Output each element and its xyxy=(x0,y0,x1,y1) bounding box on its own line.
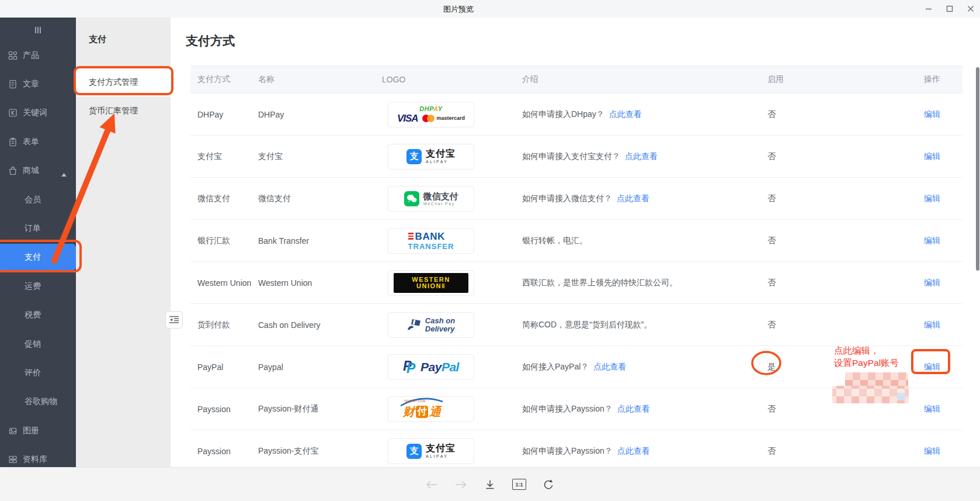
sidebar-collapse-icon[interactable] xyxy=(0,18,76,39)
view-details-link[interactable]: 点此查看 xyxy=(617,446,650,455)
table-row-DHPay-DHPay: DHPayDHPayDHPAYVISAmastercard如何申请接入DHpay… xyxy=(190,94,962,136)
name-cell: Paypal xyxy=(251,362,375,372)
maximize-icon[interactable] xyxy=(945,4,954,13)
edit-link[interactable]: 编辑 xyxy=(924,404,940,413)
enabled-cell: 否 xyxy=(760,109,860,120)
intro-cell: 如何申请接入Payssion？点此查看 xyxy=(515,446,760,457)
sidebar-item-谷歌购物[interactable]: 谷歌购物 xyxy=(0,388,76,416)
next-image-icon[interactable] xyxy=(454,478,468,492)
sidebar-item-图册[interactable]: 图册 xyxy=(0,416,76,445)
paypal-icon: PP xyxy=(403,359,417,375)
sidebar-item-运费[interactable]: 运费 xyxy=(0,272,76,300)
alipay-logo: 支支付宝ALIPAY xyxy=(406,444,456,459)
minimize-icon[interactable] xyxy=(924,4,933,13)
sidebar-item-支付[interactable]: 支付 xyxy=(0,243,76,272)
sidebar-item-关键词[interactable]: 关键词 xyxy=(0,99,76,127)
table-row-支付宝-支付宝: 支付宝支付宝支支付宝ALIPAY如何申请接入支付宝支付？点此查看否编辑 xyxy=(190,136,962,178)
mastercard-icon xyxy=(422,115,435,122)
action-cell: 编辑 xyxy=(860,446,962,457)
column-header-LOGO: LOGO xyxy=(375,75,515,84)
table-header-row: 支付方式名称LOGO介绍启用操作 xyxy=(190,65,962,94)
edit-link[interactable]: 编辑 xyxy=(924,362,940,371)
view-details-link[interactable]: 点此查看 xyxy=(617,404,650,413)
alipay-icon: 支 xyxy=(406,444,422,459)
app-content: 产品文章关键词表单商城会员订单支付运费税费促销评价谷歌购物图册资料库 支付 支付… xyxy=(0,18,980,468)
sidebar-item-评价[interactable]: 评价 xyxy=(0,358,76,387)
enabled-cell: 否 xyxy=(760,236,860,246)
wechat-pay-logo: 微信支付WeChat Pay xyxy=(404,191,458,206)
sidebar-item-促销[interactable]: 促销 xyxy=(0,330,76,358)
sidebar-item-表单[interactable]: 表单 xyxy=(0,127,76,156)
sidebar-item-会员[interactable]: 会员 xyxy=(0,185,76,214)
panel-fold-button[interactable] xyxy=(165,311,183,329)
sidebar-item-商城[interactable]: 商城 xyxy=(0,157,76,185)
name-cell: Bank Transfer xyxy=(251,236,375,246)
name-cell: DHPay xyxy=(251,110,375,119)
method-cell: 支付宝 xyxy=(190,151,251,162)
view-details-link[interactable]: 点此查看 xyxy=(609,109,642,119)
edit-link[interactable]: 编辑 xyxy=(924,109,940,119)
edit-link[interactable]: 编辑 xyxy=(924,236,940,245)
action-cell: 编辑 xyxy=(860,109,962,120)
grid-icon xyxy=(8,51,18,60)
caret-up-icon xyxy=(61,173,67,177)
alipay-icon: 支 xyxy=(406,149,422,164)
method-cell: Western Union xyxy=(190,278,251,288)
panel-item-货币汇率管理[interactable]: 货币汇率管理 xyxy=(76,96,171,125)
enabled-cell: 否 xyxy=(760,320,860,330)
logo-cell: BANKTRANSFER xyxy=(375,228,515,254)
intro-cell: 如何申请接入DHpay？点此查看 xyxy=(515,109,760,120)
edit-link[interactable]: 编辑 xyxy=(924,194,940,203)
edit-link[interactable]: 编辑 xyxy=(924,151,940,161)
table-row-银行汇款-Bank Transfer: 银行汇款Bank TransferBANKTRANSFER银行转帐，电汇。否编辑 xyxy=(190,220,962,262)
sidebar-item-产品[interactable]: 产品 xyxy=(0,41,76,70)
enabled-cell: 否 xyxy=(760,446,860,457)
rotate-icon[interactable] xyxy=(541,478,555,492)
main-area: 支付方式 支付方式名称LOGO介绍启用操作 DHPayDHPayDHPAYVIS… xyxy=(171,18,980,468)
action-cell: 编辑 xyxy=(860,151,962,162)
enabled-cell: 是 xyxy=(760,362,860,372)
bank-transfer-logo: BANKTRANSFER xyxy=(408,232,454,250)
gallery-icon xyxy=(8,426,18,436)
intro-cell: 如何申请接入支付宝支付？点此查看 xyxy=(515,151,760,162)
logo-cell: 支支付宝ALIPAY xyxy=(375,144,515,170)
close-icon[interactable] xyxy=(966,4,975,13)
edit-link[interactable]: 编辑 xyxy=(924,320,940,329)
view-details-link[interactable]: 点此查看 xyxy=(593,362,626,371)
action-cell: 编辑 xyxy=(860,362,962,372)
window-title: 图片预览 xyxy=(443,4,474,15)
action-cell: 编辑 xyxy=(860,236,962,246)
vertical-scrollbar[interactable] xyxy=(976,67,979,271)
edit-link[interactable]: 编辑 xyxy=(924,278,940,287)
panel-title: 支付 xyxy=(89,34,106,45)
method-cell: 微信支付 xyxy=(190,194,251,204)
sidebar-item-税费[interactable]: 税费 xyxy=(0,301,76,330)
method-cell: PayPal xyxy=(190,362,251,372)
secondary-panel: 支付 支付方式管理货币汇率管理 xyxy=(76,18,171,468)
view-details-link[interactable]: 点此查看 xyxy=(625,151,658,161)
table-row-PayPal-Paypal: PayPalPaypalPPPayPal如何接入PayPal？点此查看是编辑 xyxy=(190,346,962,388)
download-icon[interactable] xyxy=(483,478,497,492)
table-row-Payssion-Payssion-财付通: PayssionPayssion-财付通TENPAY.COM财付通如何申请接入P… xyxy=(190,388,962,430)
sidebar-item-资料库[interactable]: 资料库 xyxy=(0,445,76,468)
name-cell: Cash on Delivery xyxy=(251,320,375,330)
column-header-支付方式: 支付方式 xyxy=(190,74,251,85)
name-cell: Payssion-支付宝 xyxy=(251,446,375,457)
table-row-Western Union-Western Union: Western UnionWestern UnionWESTERNUNION‖西… xyxy=(190,262,962,304)
page-title: 支付方式 xyxy=(186,33,235,49)
panel-item-支付方式管理[interactable]: 支付方式管理 xyxy=(76,68,171,96)
sidebar-item-订单[interactable]: 订单 xyxy=(0,214,76,243)
keyword-icon xyxy=(8,108,18,118)
intro-cell: 简称COD，意思是“货到后付现款”。 xyxy=(515,320,760,330)
edit-link[interactable]: 编辑 xyxy=(924,446,940,455)
dhpay-logo: DHPAYVISAmastercard xyxy=(397,106,465,123)
sidebar-item-文章[interactable]: 文章 xyxy=(0,70,76,98)
view-details-link[interactable]: 点此查看 xyxy=(617,194,649,203)
logo-cell: DHPAYVISAmastercard xyxy=(375,102,515,127)
actual-size-icon[interactable]: 1:1 xyxy=(512,478,526,492)
method-cell: DHPay xyxy=(190,110,251,119)
name-cell: Payssion-财付通 xyxy=(251,404,375,414)
alipay-logo: 支支付宝ALIPAY xyxy=(406,149,456,164)
table-row-Payssion-Payssion-支付宝: PayssionPayssion-支付宝支支付宝ALIPAY如何申请接入Pays… xyxy=(190,430,962,472)
previous-image-icon[interactable] xyxy=(425,478,439,492)
